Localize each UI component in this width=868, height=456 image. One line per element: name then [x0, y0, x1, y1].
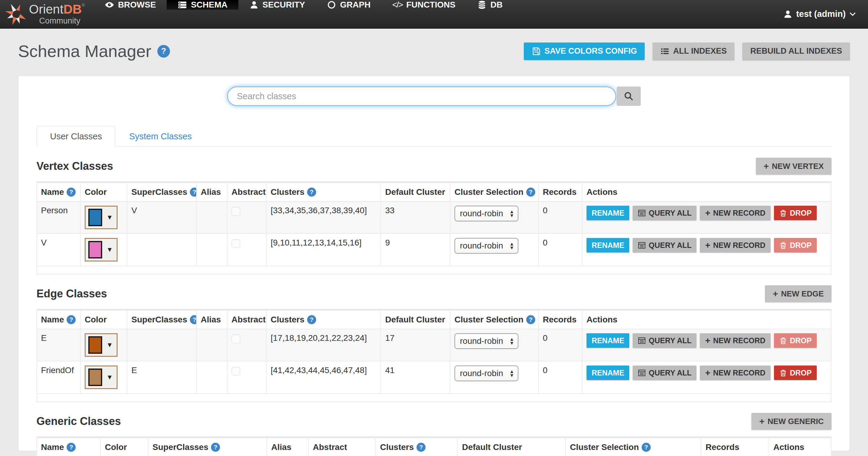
orientdb-star-icon: [4, 2, 28, 26]
color-picker[interactable]: ▼: [85, 238, 118, 261]
color-picker[interactable]: ▼: [85, 366, 118, 389]
search-input[interactable]: [227, 87, 616, 106]
new-record-button[interactable]: +NEW RECORD: [700, 206, 770, 220]
all-indexes-button[interactable]: ALL INDEXES: [652, 42, 735, 60]
table-icon: [638, 369, 646, 377]
help-icon[interactable]: ?: [67, 315, 76, 324]
nav-item-functions[interactable]: </> FUNCTIONS: [381, 0, 466, 10]
new-edge-button[interactable]: + NEW EDGE: [765, 285, 832, 302]
caret-down-icon: ▼: [106, 247, 113, 253]
cluster-selection-select[interactable]: round-robin▲▼: [455, 366, 518, 381]
alias-cell[interactable]: [196, 361, 227, 394]
page-header: Schema Manager ? SAVE COLORS CONFIG ALL …: [0, 29, 868, 61]
abstract-checkbox[interactable]: [231, 335, 240, 343]
orientdb-logo[interactable]: OrientDB® Community: [0, 0, 94, 28]
color-picker[interactable]: ▼: [85, 206, 118, 229]
clusters-value[interactable]: [9,10,11,12,13,14,15,16]: [271, 238, 362, 247]
alias-cell[interactable]: [196, 234, 227, 266]
nav-item-schema[interactable]: SCHEMA: [167, 0, 238, 10]
cluster-selection-select[interactable]: round-robin▲▼: [455, 333, 518, 349]
query-all-button[interactable]: QUERY ALL: [632, 206, 696, 220]
brand-title: OrientDB®: [29, 3, 85, 16]
nav-item-db[interactable]: DB: [466, 0, 513, 10]
drop-button[interactable]: DROP: [774, 366, 817, 380]
trash-icon: [779, 241, 787, 249]
help-icon[interactable]: ?: [642, 443, 651, 452]
nav-item-graph[interactable]: GRAPH: [316, 0, 381, 10]
clusters-value[interactable]: [41,42,43,44,45,46,47,48]: [271, 366, 367, 375]
rename-button[interactable]: RENAME: [587, 206, 629, 220]
superclasses-value[interactable]: E: [131, 366, 137, 375]
alias-cell[interactable]: [196, 329, 227, 361]
circle-icon: [327, 0, 336, 10]
nav-item-security[interactable]: SECURITY: [239, 0, 316, 10]
class-name[interactable]: Person: [41, 206, 68, 215]
rebuild-all-indexes-button[interactable]: REBUILD ALL INDEXES: [742, 42, 850, 60]
class-name[interactable]: FriendOf: [41, 366, 74, 375]
new-vertex-button[interactable]: + NEW VERTEX: [756, 158, 832, 175]
help-icon[interactable]: ?: [157, 45, 170, 58]
top-navbar: OrientDB® Community BROWSE SCHEMA SECURI…: [0, 0, 868, 29]
records-value: 0: [543, 333, 548, 343]
tab-system-classes[interactable]: System Classes: [116, 126, 205, 147]
caret-down-icon: ▼: [106, 374, 113, 380]
help-icon[interactable]: ?: [67, 443, 76, 452]
abstract-checkbox[interactable]: [231, 207, 240, 216]
class-name[interactable]: V: [41, 238, 47, 247]
brand-subtitle: Community: [39, 17, 85, 25]
save-icon: [532, 47, 541, 56]
select-arrows-icon: ▲▼: [509, 337, 514, 345]
eye-icon: [104, 0, 114, 10]
superclasses-value[interactable]: V: [131, 206, 137, 215]
help-icon[interactable]: ?: [211, 443, 220, 452]
table-row: E ▼ [17,18,19,20,21,22,23,24] 17 round-r…: [37, 329, 832, 361]
help-icon[interactable]: ?: [190, 315, 196, 324]
rename-button[interactable]: RENAME: [587, 333, 629, 348]
schema-list-icon: [178, 0, 187, 10]
new-record-button[interactable]: +NEW RECORD: [700, 333, 770, 348]
caret-down-icon: ▼: [106, 342, 113, 348]
help-icon[interactable]: ?: [307, 315, 316, 324]
tab-user-classes[interactable]: User Classes: [36, 126, 116, 147]
nav-item-browse[interactable]: BROWSE: [94, 0, 167, 10]
cluster-selection-select[interactable]: round-robin▲▼: [455, 238, 518, 254]
rename-button[interactable]: RENAME: [587, 366, 629, 380]
clusters-value[interactable]: [17,18,19,20,21,22,23,24]: [271, 333, 367, 343]
user-menu[interactable]: test (admin): [771, 0, 868, 28]
schema-panel: User Classes System Classes Vertex Class…: [18, 76, 850, 451]
help-icon[interactable]: ?: [416, 443, 426, 452]
alias-cell[interactable]: [196, 201, 227, 234]
table-row: FriendOf ▼ E [41,42,43,44,45,46,47,48] 4…: [37, 361, 832, 394]
new-generic-button[interactable]: + NEW GENERIC: [751, 413, 832, 430]
select-arrows-icon: ▲▼: [509, 242, 514, 250]
clusters-value[interactable]: [33,34,35,36,37,38,39,40]: [271, 206, 367, 215]
help-icon[interactable]: ?: [67, 188, 76, 197]
query-all-button[interactable]: QUERY ALL: [632, 366, 696, 380]
abstract-checkbox[interactable]: [231, 239, 240, 248]
new-record-button[interactable]: +NEW RECORD: [700, 238, 770, 252]
query-all-button[interactable]: QUERY ALL: [632, 238, 696, 252]
empty-row: [37, 266, 832, 275]
help-icon[interactable]: ?: [526, 315, 535, 324]
class-name[interactable]: E: [41, 333, 47, 343]
plus-icon: +: [773, 289, 778, 298]
help-icon[interactable]: ?: [526, 188, 535, 197]
help-icon[interactable]: ?: [190, 188, 196, 197]
save-colors-config-button[interactable]: SAVE COLORS CONFIG: [524, 42, 645, 60]
trash-icon: [779, 369, 787, 377]
drop-button[interactable]: DROP: [774, 238, 817, 252]
edge-classes-title: Edge Classes: [36, 287, 107, 300]
help-icon[interactable]: ?: [307, 188, 316, 197]
new-record-button[interactable]: +NEW RECORD: [700, 366, 770, 380]
drop-button[interactable]: DROP: [774, 206, 817, 220]
rename-button[interactable]: RENAME: [587, 238, 629, 252]
cluster-selection-select[interactable]: round-robin▲▼: [455, 206, 518, 221]
color-picker[interactable]: ▼: [85, 333, 118, 357]
query-all-button[interactable]: QUERY ALL: [632, 333, 696, 348]
vertex-classes-title: Vertex Classes: [36, 160, 113, 172]
search-button[interactable]: [617, 87, 641, 106]
color-swatch: [88, 369, 102, 386]
abstract-checkbox[interactable]: [231, 367, 240, 375]
select-arrows-icon: ▲▼: [509, 369, 514, 377]
drop-button[interactable]: DROP: [774, 333, 817, 348]
